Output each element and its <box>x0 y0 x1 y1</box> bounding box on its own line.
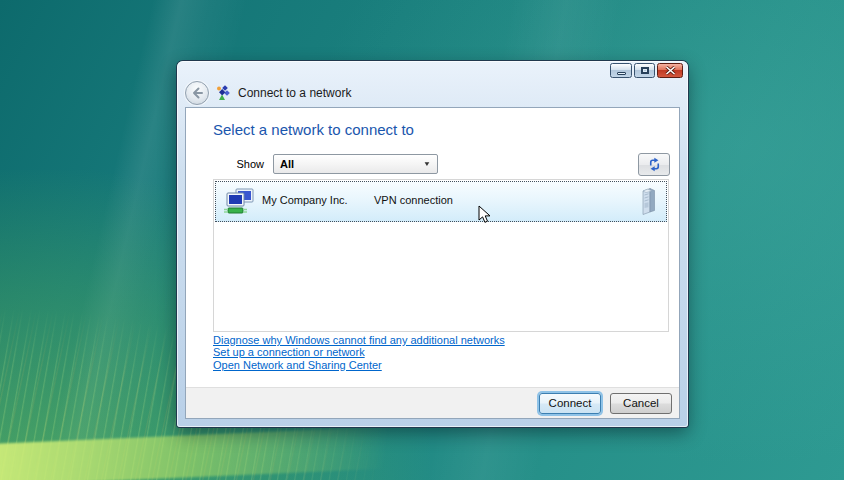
close-icon <box>665 66 676 75</box>
network-list-item[interactable]: My Company Inc. VPN connection <box>215 181 667 222</box>
window-controls <box>610 63 683 78</box>
link-network-sharing-center[interactable]: Open Network and Sharing Center <box>213 359 505 371</box>
refresh-button[interactable] <box>638 153 670 176</box>
refresh-arrows-icon <box>647 157 662 172</box>
link-diagnose[interactable]: Diagnose why Windows cannot find any add… <box>213 334 505 346</box>
network-type: VPN connection <box>374 194 453 206</box>
show-dropdown-value: All <box>280 158 423 170</box>
desktop-background: Connect to a network Select a network to… <box>0 0 844 480</box>
link-setup-connection[interactable]: Set up a connection or network <box>213 346 505 358</box>
maximize-button[interactable] <box>634 63 655 78</box>
back-arrow-icon <box>191 87 203 99</box>
dialog-footer: Connect Cancel <box>186 387 679 418</box>
network-wizard-icon <box>215 85 231 101</box>
wallpaper-bottom-band <box>0 422 496 480</box>
window-titlebar[interactable]: Connect to a network <box>177 61 688 107</box>
minimize-button[interactable] <box>610 63 632 78</box>
back-button[interactable] <box>185 81 209 105</box>
maximize-icon <box>641 67 649 74</box>
task-links: Diagnose why Windows cannot find any add… <box>213 334 505 371</box>
server-tower-icon <box>639 188 656 215</box>
network-name: My Company Inc. <box>262 194 348 206</box>
chevron-down-icon: ▼ <box>423 160 431 167</box>
connect-to-network-window: Connect to a network Select a network to… <box>177 61 688 427</box>
close-button[interactable] <box>657 63 683 78</box>
network-list[interactable]: My Company Inc. VPN connection <box>213 179 669 332</box>
vpn-connection-icon <box>224 188 254 215</box>
dialog-client-area: Select a network to connect to Show All … <box>185 107 680 419</box>
connect-button[interactable]: Connect <box>539 393 601 414</box>
cancel-button[interactable]: Cancel <box>610 393 672 414</box>
show-dropdown[interactable]: All ▼ <box>273 154 438 174</box>
window-title: Connect to a network <box>238 86 351 100</box>
navigation-bar: Connect to a network <box>177 79 688 107</box>
show-label: Show <box>213 158 264 170</box>
page-title: Select a network to connect to <box>213 121 414 138</box>
minimize-icon <box>617 72 626 75</box>
